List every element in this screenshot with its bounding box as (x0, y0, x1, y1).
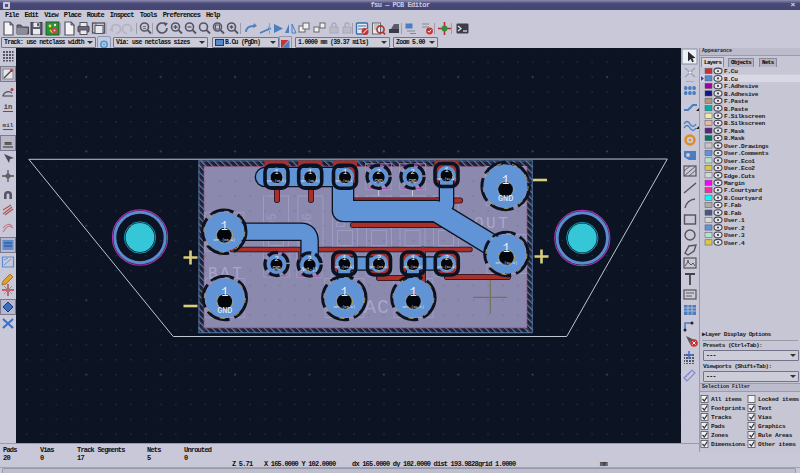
svg-text:F.Adhesive: F.Adhesive (724, 83, 759, 90)
svg-text:Net-(D6-K): Net-(D6-K) (301, 179, 320, 183)
svg-text:Locked items: Locked items (758, 396, 800, 403)
svg-text:Tracks: Tracks (711, 414, 732, 421)
svg-text:Rule Areas: Rule Areas (758, 432, 793, 439)
svg-text:1: 1 (308, 168, 312, 176)
svg-text:F.Courtyard: F.Courtyard (724, 187, 762, 194)
svg-text:Net-(D4-A): Net-(D4-A) (335, 265, 354, 269)
svg-text:2: 2 (445, 254, 449, 262)
svg-text:mil: mil (3, 122, 14, 129)
svg-text:User.Eco1: User.Eco1 (724, 158, 755, 165)
svg-text:Vias: Vias (758, 414, 772, 421)
svg-text:User.3: User.3 (724, 232, 745, 239)
svg-text:Margin: Margin (724, 180, 745, 187)
svg-text:F.Mask: F.Mask (724, 128, 745, 135)
svg-text:B.Cu: B.Cu (724, 76, 738, 83)
svg-text:1: 1 (221, 220, 228, 234)
svg-text:Net-(D5-K): Net-(D5-K) (267, 179, 286, 183)
svg-text:Net-(D2-K): Net-(D2-K) (496, 261, 518, 265)
svg-text:Other items: Other items (758, 441, 796, 448)
svg-text:F.Paste: F.Paste (724, 98, 748, 105)
svg-text:Net-(D1-K): Net-(D1-K) (403, 305, 425, 309)
svg-text:1: 1 (221, 286, 228, 300)
svg-text:User.4: User.4 (724, 240, 745, 247)
svg-text:Text: Text (758, 405, 772, 412)
svg-text:1: 1 (342, 254, 346, 262)
svg-text:B.Silkscreen: B.Silkscreen (724, 120, 766, 127)
svg-text:B.Paste: B.Paste (724, 106, 748, 113)
svg-text:1: 1 (410, 286, 417, 300)
svg-text:2: 2 (274, 255, 278, 263)
svg-text:1: 1 (502, 174, 509, 188)
svg-text:User.Comments: User.Comments (724, 150, 769, 157)
svg-text:GND: GND (408, 179, 416, 184)
svg-text:in: in (4, 103, 12, 111)
svg-text:F.Silkscreen: F.Silkscreen (724, 113, 766, 120)
svg-text:User.1: User.1 (724, 217, 745, 224)
svg-text:GND: GND (272, 266, 280, 271)
svg-text:2: 2 (410, 168, 414, 176)
svg-text:mm: mm (4, 140, 12, 147)
svg-text:F.Cu: F.Cu (724, 68, 738, 75)
svg-text:1: 1 (343, 168, 347, 176)
svg-text:Edge.Cuts: Edge.Cuts (724, 173, 755, 180)
svg-text:Graphics: Graphics (758, 423, 786, 430)
svg-text:Net-(D2-A): Net-(D2-A) (437, 177, 456, 181)
svg-text:1: 1 (444, 166, 448, 174)
svg-text:B.Fab: B.Fab (724, 210, 742, 217)
svg-text:Footprints: Footprints (711, 405, 746, 412)
svg-text:1: 1 (411, 254, 415, 262)
svg-text:Dimensions: Dimensions (711, 441, 746, 448)
svg-text:1: 1 (341, 286, 348, 300)
svg-text:Net-(D1-A): Net-(D1-A) (403, 265, 422, 269)
svg-text:GND: GND (375, 179, 383, 184)
svg-text:User.2: User.2 (724, 225, 745, 232)
svg-text:B.Adhesive: B.Adhesive (724, 91, 759, 98)
svg-text:B.Courtyard: B.Courtyard (724, 195, 762, 202)
svg-text:1: 1 (274, 168, 278, 176)
svg-text:GND: GND (498, 194, 513, 204)
svg-text:2: 2 (377, 254, 381, 262)
svg-text:Net-(D2-A): Net-(D2-A) (437, 265, 456, 269)
svg-text:GND: GND (217, 306, 232, 316)
svg-text:Pads: Pads (711, 423, 725, 430)
svg-text:User.Eco2: User.Eco2 (724, 165, 755, 172)
svg-text:Net-(D3-K): Net-(D3-K) (334, 305, 356, 309)
svg-text:Net-(): Net-() (301, 267, 317, 272)
svg-text:2: 2 (307, 255, 311, 263)
svg-text:User.Drawings: User.Drawings (724, 143, 769, 150)
svg-text:AC: AC (364, 296, 390, 319)
svg-text:Net-(D6-A): Net-(D6-A) (214, 238, 236, 242)
svg-text:2: 2 (376, 168, 380, 176)
svg-text:All items: All items (711, 396, 742, 403)
svg-text:Net-(D4-K): Net-(D4-K) (335, 179, 354, 183)
svg-text:Net-(D3-A): Net-(D3-A) (369, 265, 388, 269)
svg-text:F.Fab: F.Fab (724, 202, 742, 209)
svg-text:Zones: Zones (711, 432, 729, 439)
svg-text:1: 1 (503, 242, 510, 256)
svg-text:B.Mask: B.Mask (724, 135, 745, 142)
